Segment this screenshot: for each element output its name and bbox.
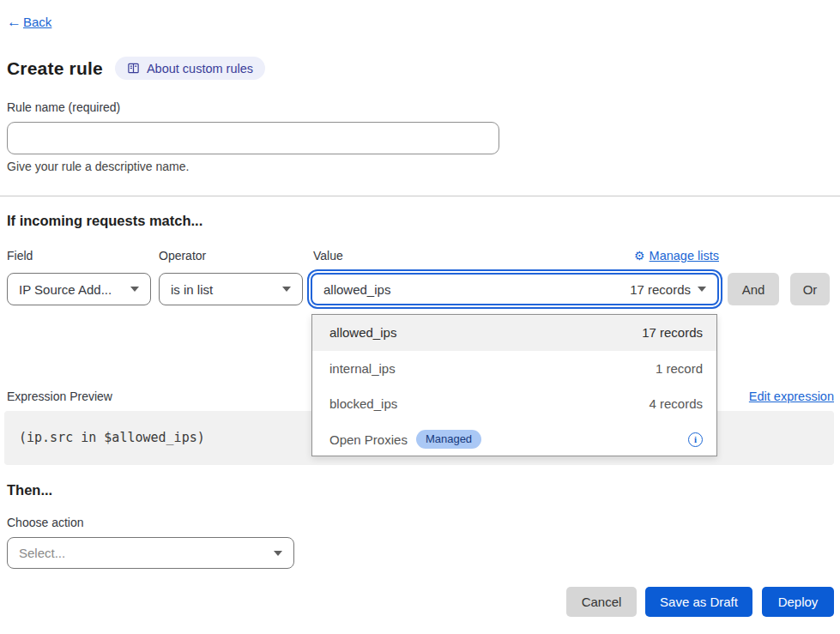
list-item-blocked-ips[interactable]: blocked_ips 4 records	[312, 386, 716, 422]
list-item-open-proxies[interactable]: Open Proxies Managed i	[312, 422, 716, 458]
page-title: Create rule	[7, 58, 103, 79]
save-as-draft-button[interactable]: Save as Draft	[645, 587, 752, 617]
back-link[interactable]: ← Back	[7, 15, 51, 29]
operator-select-value: is in list	[171, 282, 213, 297]
back-arrow-icon: ←	[7, 15, 21, 29]
managed-badge: Managed	[416, 430, 481, 449]
rule-name-input[interactable]	[7, 122, 499, 154]
create-rule-page: ← Back Create rule About custom rules Ru…	[0, 0, 840, 634]
value-select-record-count: 17 records	[630, 282, 691, 297]
title-row: Create rule About custom rules	[7, 57, 265, 80]
choose-action-label: Choose action	[7, 516, 84, 529]
about-custom-rules-label: About custom rules	[147, 62, 253, 75]
field-column-label: Field	[7, 249, 33, 263]
deploy-button[interactable]: Deploy	[762, 587, 834, 617]
rule-name-helper: Give your rule a descriptive name.	[7, 160, 189, 173]
match-section-heading: If incoming requests match...	[7, 213, 202, 229]
action-select-placeholder: Select...	[19, 546, 65, 560]
gear-icon: ⚙	[634, 250, 645, 262]
action-select[interactable]: Select...	[7, 537, 294, 569]
edit-expression-link[interactable]: Edit expression	[749, 389, 834, 403]
list-item-count: 17 records	[642, 325, 703, 340]
list-item-allowed-ips[interactable]: allowed_ips 17 records	[312, 315, 716, 351]
info-icon[interactable]: i	[688, 432, 703, 447]
chevron-down-icon	[130, 287, 139, 292]
list-item-name: Open Proxies	[329, 432, 408, 447]
list-item-name: blocked_ips	[329, 396, 397, 411]
edit-expression-label: Edit expression	[749, 389, 834, 403]
list-item-internal-ips[interactable]: internal_ips 1 record	[312, 351, 716, 387]
value-select[interactable]: allowed_ips 17 records	[311, 273, 719, 305]
section-divider	[0, 196, 840, 196]
value-column-label: Value	[313, 249, 343, 263]
list-item-count: 4 records	[649, 396, 703, 411]
about-custom-rules-link[interactable]: About custom rules	[115, 57, 265, 80]
manage-lists-label: Manage lists	[650, 249, 719, 263]
operator-column-label: Operator	[159, 249, 206, 263]
back-link-label: Back	[23, 15, 51, 29]
chevron-down-icon	[274, 551, 282, 556]
value-select-name: allowed_ips	[323, 282, 390, 297]
rule-name-label: Rule name (required)	[7, 100, 120, 114]
operator-select[interactable]: is in list	[159, 273, 303, 305]
or-button[interactable]: Or	[790, 273, 830, 305]
expression-preview-label: Expression Preview	[7, 389, 112, 403]
cancel-button[interactable]: Cancel	[566, 587, 637, 617]
list-item-count: 1 record	[656, 361, 703, 376]
field-select-value: IP Source Add...	[19, 282, 112, 297]
chevron-down-icon	[698, 287, 706, 292]
list-item-name: allowed_ips	[329, 325, 396, 340]
field-select[interactable]: IP Source Add...	[7, 273, 151, 305]
manage-lists-link[interactable]: ⚙ Manage lists	[634, 249, 719, 263]
and-button[interactable]: And	[728, 273, 779, 305]
chevron-down-icon	[282, 287, 291, 292]
then-section-heading: Then...	[7, 482, 52, 498]
expression-code: (ip.src in $allowed_ips)	[19, 430, 205, 445]
list-item-name: internal_ips	[329, 361, 396, 376]
book-icon	[127, 62, 140, 75]
value-dropdown-panel: allowed_ips 17 records internal_ips 1 re…	[311, 314, 717, 456]
